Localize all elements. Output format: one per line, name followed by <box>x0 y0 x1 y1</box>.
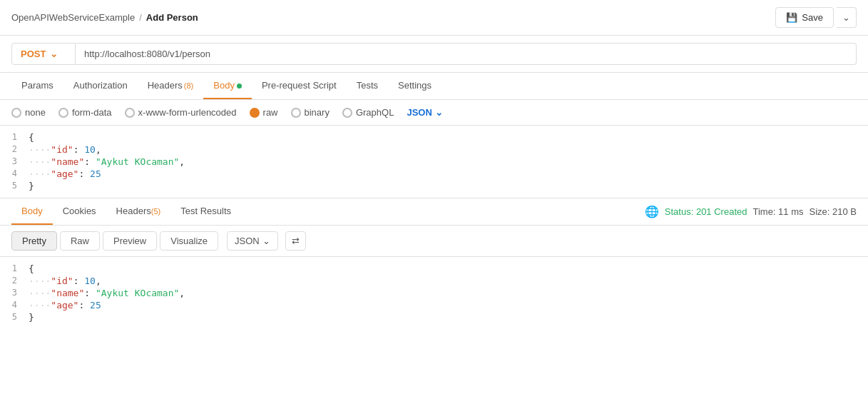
radio-urlencoded <box>125 108 135 118</box>
response-code-line-3: 3 ····"name": "Aykut KOcaman", <box>0 287 868 299</box>
line-number: 2 <box>0 276 29 286</box>
tab-pre-request[interactable]: Pre-request Script <box>252 73 347 99</box>
globe-icon: 🌐 <box>645 205 659 218</box>
save-button[interactable]: 💾 Save <box>775 7 834 28</box>
code-content: ····"name": "Aykut KOcaman", <box>29 288 868 298</box>
save-label: Save <box>802 12 823 23</box>
method-selector[interactable]: POST ⌄ <box>11 43 76 65</box>
breadcrumb-separator: / <box>139 12 142 23</box>
body-type-graphql[interactable]: GraphQL <box>342 107 394 118</box>
body-active-dot <box>237 84 242 89</box>
line-number: 1 <box>0 132 29 142</box>
response-code-line-1: 1 { <box>0 263 868 275</box>
response-format-row: Pretty Raw Preview Visualize JSON ⌄ ⇄ <box>0 226 868 257</box>
body-type-none-label: none <box>25 107 46 118</box>
request-body-editor[interactable]: 1 { 2 ····"id": 10, 3 ····"name": "Aykut… <box>0 126 868 198</box>
format-pretty-button[interactable]: Pretty <box>11 231 57 251</box>
code-content: ····"id": 10, <box>29 144 868 155</box>
line-number: 3 <box>0 156 29 166</box>
save-dropdown-button[interactable]: ⌄ <box>837 7 857 28</box>
tab-headers[interactable]: Headers(8) <box>138 73 204 99</box>
method-chevron-icon: ⌄ <box>50 49 58 59</box>
code-line-3: 3 ····"name": "Aykut KOcaman", <box>0 156 868 168</box>
tab-authorization[interactable]: Authorization <box>63 73 138 99</box>
code-content: ····"id": 10, <box>29 276 868 286</box>
response-tab-headers[interactable]: Headers(5) <box>106 198 171 225</box>
wrap-button[interactable]: ⇄ <box>285 231 306 251</box>
response-body-editor: 1 { 2 ····"id": 10, 3 ····"name": "Aykut… <box>0 257 868 329</box>
code-line-4: 4 ····"age": 25 <box>0 168 868 180</box>
tab-tests[interactable]: Tests <box>347 73 388 99</box>
url-bar: POST ⌄ <box>0 36 868 73</box>
radio-binary <box>291 108 301 118</box>
tab-params[interactable]: Params <box>11 73 63 99</box>
body-type-urlencoded[interactable]: x-www-form-urlencoded <box>125 107 237 118</box>
line-number: 2 <box>0 144 29 154</box>
response-section: Body Cookies Headers(5) Test Results 🌐 S… <box>0 198 868 329</box>
response-headers-badge: (5) <box>151 207 160 216</box>
code-content: ····"name": "Aykut KOcaman", <box>29 156 868 167</box>
code-content: } <box>29 312 868 323</box>
radio-graphql <box>342 108 352 118</box>
json-format-dropdown[interactable]: JSON ⌄ <box>407 107 442 118</box>
response-json-chevron-icon: ⌄ <box>262 236 270 246</box>
response-tabs: Body Cookies Headers(5) Test Results 🌐 S… <box>0 198 868 226</box>
format-raw-button[interactable]: Raw <box>60 231 100 251</box>
format-preview-button[interactable]: Preview <box>103 231 157 251</box>
code-line-1: 1 { <box>0 131 868 143</box>
radio-none <box>11 108 21 118</box>
response-size: Size: 210 B <box>810 206 857 217</box>
body-type-none[interactable]: none <box>11 107 46 118</box>
response-tab-body[interactable]: Body <box>11 198 53 225</box>
line-number: 1 <box>0 263 29 273</box>
header: OpenAPIWebServiceExample / Add Person 💾 … <box>0 0 868 36</box>
response-code-line-5: 5 } <box>0 311 868 323</box>
method-label: POST <box>21 49 46 59</box>
headers-badge: (8) <box>184 81 193 90</box>
save-icon: 💾 <box>786 12 797 23</box>
format-visualize-button[interactable]: Visualize <box>160 231 218 251</box>
breadcrumb: OpenAPIWebServiceExample / Add Person <box>11 12 198 23</box>
code-content: ····"age": 25 <box>29 168 868 179</box>
json-format-label: JSON <box>407 107 432 118</box>
body-type-raw[interactable]: raw <box>250 107 278 118</box>
body-type-row: none form-data x-www-form-urlencoded raw… <box>0 100 868 126</box>
breadcrumb-parent[interactable]: OpenAPIWebServiceExample <box>11 12 135 23</box>
line-number: 5 <box>0 312 29 322</box>
code-content: { <box>29 263 868 274</box>
url-input[interactable] <box>76 43 857 65</box>
response-code-line-2: 2 ····"id": 10, <box>0 275 868 287</box>
request-tabs: Params Authorization Headers(8) Body Pre… <box>0 73 868 100</box>
line-number: 4 <box>0 168 29 178</box>
body-type-form-data-label: form-data <box>72 107 112 118</box>
response-tab-test-results[interactable]: Test Results <box>170 198 241 225</box>
body-type-raw-label: raw <box>263 107 278 118</box>
response-status-bar: 🌐 Status: 201 Created Time: 11 ms Size: … <box>645 202 857 221</box>
code-line-5: 5 } <box>0 180 868 192</box>
body-type-graphql-label: GraphQL <box>356 107 394 118</box>
response-status: Status: 201 Created <box>665 206 747 217</box>
line-number: 5 <box>0 181 29 191</box>
line-number: 4 <box>0 300 29 310</box>
response-json-dropdown[interactable]: JSON ⌄ <box>227 231 278 251</box>
radio-form-data <box>58 108 68 118</box>
code-content: } <box>29 181 868 191</box>
tab-settings[interactable]: Settings <box>388 73 441 99</box>
code-content: ····"age": 25 <box>29 300 868 310</box>
breadcrumb-current: Add Person <box>146 12 198 23</box>
code-content: { <box>29 132 868 143</box>
json-chevron-icon: ⌄ <box>435 107 443 118</box>
code-line-2: 2 ····"id": 10, <box>0 143 868 156</box>
line-number: 3 <box>0 288 29 298</box>
wrap-icon: ⇄ <box>292 236 300 246</box>
header-actions: 💾 Save ⌄ <box>775 7 857 28</box>
body-type-urlencoded-label: x-www-form-urlencoded <box>138 107 237 118</box>
body-type-form-data[interactable]: form-data <box>58 107 112 118</box>
response-code-line-4: 4 ····"age": 25 <box>0 299 868 311</box>
body-type-binary[interactable]: binary <box>291 107 330 118</box>
radio-raw <box>250 108 260 118</box>
chevron-down-icon: ⌄ <box>842 12 850 23</box>
response-time: Time: 11 ms <box>752 206 803 217</box>
tab-body[interactable]: Body <box>203 73 252 99</box>
response-tab-cookies[interactable]: Cookies <box>53 198 106 225</box>
